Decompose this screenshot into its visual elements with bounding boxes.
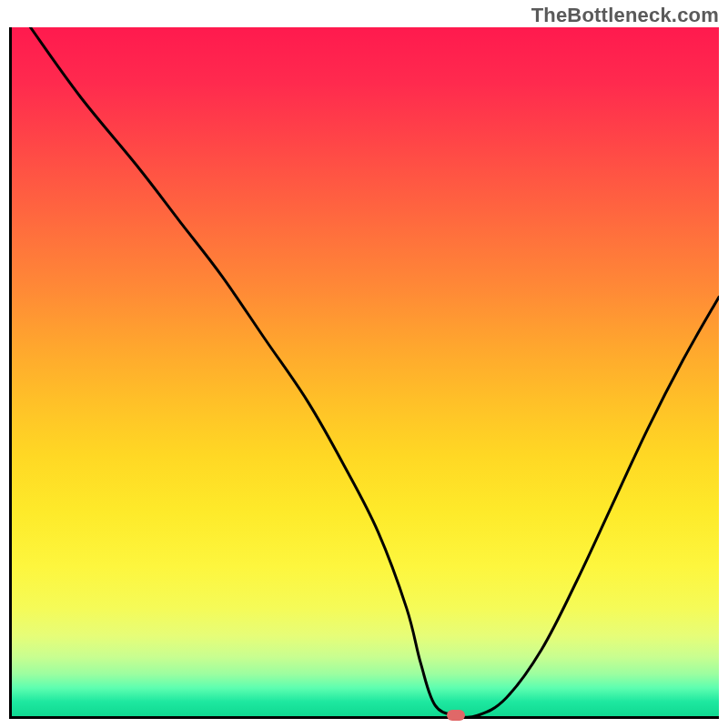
selected-point-marker (447, 710, 465, 721)
curve-layer (9, 27, 719, 719)
watermark-text: TheBottleneck.com (531, 4, 719, 27)
plot-area (9, 27, 719, 719)
chart-container: TheBottleneck.com (0, 0, 728, 728)
bottleneck-curve (30, 27, 719, 717)
